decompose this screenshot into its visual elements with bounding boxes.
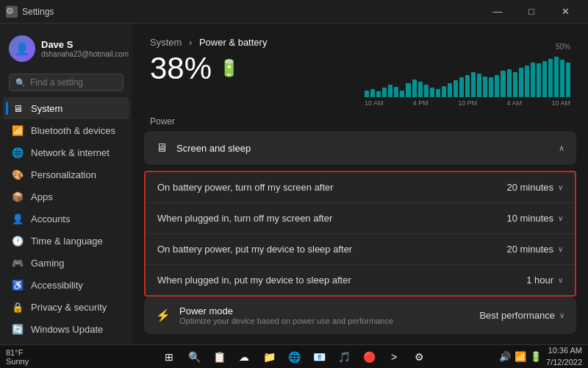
taskbar-icon-5[interactable]: 🌐 — [284, 347, 304, 367]
sleep-setting-row: When plugged in, put my device to sleep … — [146, 265, 575, 295]
chart-bar — [382, 88, 387, 97]
chart-bar — [442, 86, 446, 97]
titlebar: ⚙ Settings — □ ✕ — [0, 0, 588, 24]
chart-bar — [430, 88, 434, 97]
chart-bar — [459, 77, 464, 97]
maximize-button[interactable]: □ — [514, 0, 548, 24]
chart-bar — [566, 63, 570, 97]
taskbar-center: ⊞🔍📋☁📁🌐📧🎵🔴>⚙ — [159, 347, 429, 367]
privacy-icon: 🔒 — [12, 301, 24, 313]
taskbar-icon-2[interactable]: 📋 — [209, 347, 229, 367]
sidebar-item-apps[interactable]: 📦 Apps — [3, 185, 129, 208]
sleep-row-value[interactable]: 10 minutes ∨ — [506, 213, 563, 224]
chart-bar — [495, 75, 499, 97]
sleep-row-selected: 10 minutes — [506, 213, 553, 224]
screen-sleep-header[interactable]: 🖥 Screen and sleep ∧ — [144, 131, 576, 165]
power-mode-title: Power mode — [179, 305, 393, 316]
search-icon: 🔍 — [15, 78, 26, 88]
apps-icon: 📦 — [12, 191, 24, 202]
chart-bar — [465, 75, 470, 97]
power-mode-left: ⚡ Power mode Optimize your device based … — [156, 305, 393, 325]
titlebar-title: Settings — [22, 7, 54, 17]
taskbar-icon-1[interactable]: 🔍 — [184, 347, 204, 367]
chart-bar — [542, 61, 547, 97]
taskbar-icon-7[interactable]: 🎵 — [334, 347, 354, 367]
search-box[interactable]: 🔍 — [9, 74, 123, 91]
close-button[interactable]: ✕ — [548, 0, 582, 24]
sidebar-item-label: Time & language — [31, 236, 103, 247]
power-mode-icon: ⚡ — [156, 308, 171, 322]
sleep-setting-row: On battery power, turn off my screen aft… — [146, 172, 575, 203]
sleep-row-label: On battery power, turn off my screen aft… — [157, 182, 334, 193]
search-input[interactable] — [30, 77, 117, 88]
system-icon: 🖥 — [12, 102, 24, 114]
chart-bar — [412, 79, 417, 97]
battery-percent-value: 38% — [150, 51, 212, 86]
user-email: dshanaha23@hotmail.com — [41, 50, 129, 58]
sleep-row-label: On battery power, put my device to sleep… — [157, 244, 352, 255]
accessibility-icon: ♿ — [12, 279, 24, 291]
chart-bar — [388, 85, 392, 97]
sidebar-item-time[interactable]: 🕐 Time & language — [3, 230, 129, 252]
sidebar-item-label: System — [31, 103, 62, 114]
power-mode-info: Power mode Optimize your device based on… — [179, 305, 393, 325]
network-icon: 🌐 — [12, 146, 24, 158]
sidebar-item-privacy[interactable]: 🔒 Privacy & security — [3, 296, 129, 318]
accounts-icon: 👤 — [12, 213, 24, 224]
sidebar-item-accounts[interactable]: 👤 Accounts — [3, 208, 129, 230]
taskbar-left: 81°F Sunny — [6, 348, 35, 366]
sleep-rows-container: On battery power, turn off my screen aft… — [144, 171, 576, 297]
sidebar-item-label: Windows Update — [31, 324, 103, 335]
sleep-row-value[interactable]: 1 hour ∨ — [526, 275, 563, 286]
sidebar-item-label: Network & internet — [31, 147, 110, 158]
sidebar: 👤 Dave S dshanaha23@hotmail.com 🔍 🖥 Syst… — [0, 24, 132, 344]
sidebar-item-system[interactable]: 🖥 System — [3, 97, 129, 119]
clock-date: 7/12/2022 — [546, 357, 582, 368]
dropdown-chevron-icon: ∨ — [558, 214, 563, 222]
taskbar-icon-8[interactable]: 🔴 — [359, 347, 379, 367]
time-icon: 🕐 — [12, 235, 24, 247]
row-header-left: 🖥 Screen and sleep — [156, 141, 251, 155]
screen-sleep-card: 🖥 Screen and sleep ∧ — [144, 131, 576, 165]
main-content: System › Power & battery 38% 🔋 50% 10 AM… — [132, 24, 588, 344]
header-left: System › Power & battery 38% 🔋 — [150, 37, 267, 86]
sidebar-item-accessibility[interactable]: ♿ Accessibility — [3, 274, 129, 296]
taskbar-icon-9[interactable]: > — [384, 347, 404, 367]
sidebar-item-label: Personalization — [31, 169, 96, 180]
titlebar-left: ⚙ Settings — [6, 6, 54, 18]
bluetooth-icon: 📶 — [12, 124, 24, 136]
gaming-icon: 🎮 — [12, 257, 24, 269]
taskbar-icon-6[interactable]: 📧 — [309, 347, 329, 367]
chart-bar — [448, 83, 452, 97]
network-icon: 📶 — [514, 351, 526, 362]
chart-time-labels: 10 AM4 PM10 PM4 AM10 AM — [365, 99, 570, 107]
chevron-up-icon: ∧ — [559, 144, 564, 153]
chart-time-label: 4 AM — [507, 99, 523, 107]
taskbar-right: 🔊 📶 🔋 10:36 AM 7/12/2022 — [499, 345, 582, 368]
sleep-row-value[interactable]: 20 minutes ∨ — [506, 244, 563, 255]
sleep-row-value[interactable]: 20 minutes ∨ — [506, 182, 563, 193]
sleep-row-selected: 20 minutes — [506, 244, 553, 255]
power-mode-value[interactable]: Best performance ∨ — [479, 310, 564, 321]
taskbar-icon-0[interactable]: ⊞ — [159, 347, 179, 367]
sidebar-item-personalization[interactable]: 🎨 Personalization — [3, 163, 129, 185]
sleep-row-label: When plugged in, put my device to sleep … — [157, 275, 351, 286]
power-section-title: Power — [132, 110, 588, 131]
chart-bar — [525, 66, 529, 97]
nav-list: 🖥 System 📶 Bluetooth & devices 🌐 Network… — [0, 97, 132, 340]
sidebar-item-network[interactable]: 🌐 Network & internet — [3, 141, 129, 163]
chart-bar — [418, 82, 423, 97]
battery-display: 38% 🔋 — [150, 51, 267, 86]
dropdown-chevron-icon: ∨ — [558, 183, 563, 191]
minimize-button[interactable]: — — [481, 0, 514, 24]
sidebar-item-gaming[interactable]: 🎮 Gaming — [3, 252, 129, 274]
taskbar-icon-3[interactable]: ☁ — [234, 347, 254, 367]
weather-temp: 81°F — [6, 348, 29, 357]
chart-label-50: 50% — [556, 43, 570, 51]
sidebar-item-winupdate[interactable]: 🔄 Windows Update — [3, 318, 129, 340]
taskbar-icon-4[interactable]: 📁 — [259, 347, 279, 367]
taskbar-icon-10[interactable]: ⚙ — [409, 347, 429, 367]
sidebar-item-bluetooth[interactable]: 📶 Bluetooth & devices — [3, 119, 129, 141]
sidebar-item-label: Accessibility — [31, 280, 83, 291]
breadcrumb: System › Power & battery — [150, 37, 267, 48]
